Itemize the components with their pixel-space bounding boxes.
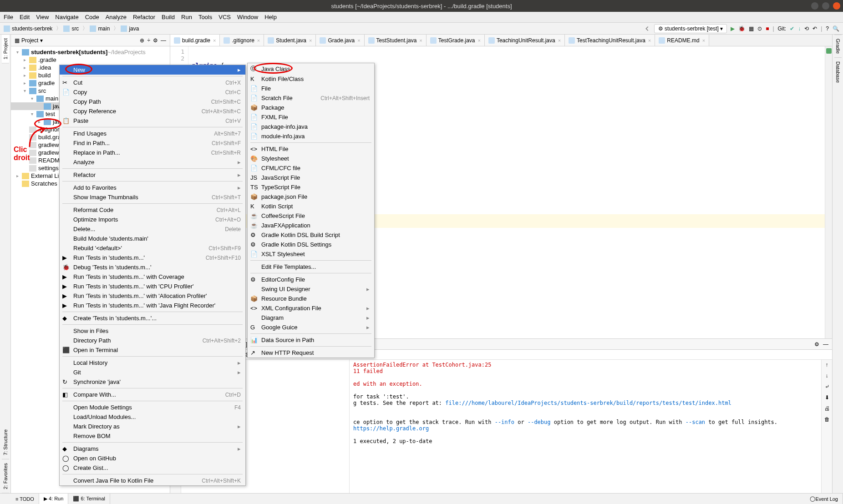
clear-icon[interactable]: 🗑	[824, 416, 830, 423]
close-tab-icon[interactable]: ×	[702, 38, 705, 43]
editor-tab[interactable]: TestStudent.java×	[365, 35, 427, 46]
menu-item[interactable]: ◯Open on GitHub	[60, 454, 245, 463]
bottom-tab-run[interactable]: ▶ 4: Run	[39, 494, 68, 504]
menu-item[interactable]: ▶Run 'Tests in 'students.m...' with 'Jav…	[60, 301, 245, 310]
help-icon[interactable]: ?	[826, 25, 829, 32]
profile-icon[interactable]: ⊙	[757, 25, 762, 32]
maximize-icon[interactable]	[822, 2, 829, 10]
hide-run-icon[interactable]: —	[823, 341, 828, 348]
menu-item[interactable]: ◯Create Gist...	[60, 463, 245, 473]
scroll-to-source-icon[interactable]: ⊕	[140, 37, 144, 44]
tree-item[interactable]: ▸.gradle	[11, 56, 170, 64]
editor-tab[interactable]: Grade.java×	[316, 35, 364, 46]
menu-item[interactable]: ✂CutCtrl+X	[60, 78, 245, 87]
menu-refactor[interactable]: Refactor	[133, 14, 155, 20]
coverage-icon[interactable]: ▦	[749, 25, 754, 32]
menu-item[interactable]: 📄FXML File	[248, 112, 374, 122]
rail-tab-gradle[interactable]: Gradle	[834, 35, 842, 57]
menu-item[interactable]: Analyze▸	[60, 157, 245, 167]
close-tab-icon[interactable]: ×	[477, 38, 480, 43]
menu-item[interactable]: ☕CoffeeScript File	[248, 211, 374, 221]
menu-item[interactable]: <>XML Configuration File▸	[248, 303, 374, 313]
editor-tab[interactable]: Student.java×	[264, 35, 316, 46]
menu-edit[interactable]: Edit	[20, 14, 30, 20]
editor-tab[interactable]: build.gradle×	[170, 35, 220, 46]
menu-item[interactable]: 📋PasteCtrl+V	[60, 116, 245, 126]
debug-icon[interactable]: 🐞	[738, 25, 745, 32]
back-icon[interactable]	[644, 25, 650, 32]
menu-item[interactable]: ▶Run 'Tests in 'students.m...' with Cove…	[60, 272, 245, 282]
menu-item[interactable]: 📄File	[248, 84, 374, 93]
gear-icon[interactable]: ⚙	[814, 341, 819, 348]
menu-item[interactable]: Rebuild '<default>'Ctrl+Shift+F9	[60, 243, 245, 253]
editor-tab[interactable]: README.md×	[655, 35, 709, 46]
menu-item[interactable]: Show in Files	[60, 326, 245, 336]
rail-tab-project[interactable]: 1: Project	[2, 35, 9, 63]
event-log-tab[interactable]: ◯ Event Log	[805, 494, 843, 504]
menu-item[interactable]: Build Module 'students.main'	[60, 234, 245, 243]
menu-item[interactable]: 📊Data Source in Path	[248, 335, 374, 345]
run-config-select[interactable]: ⚙ students-serbrek [test] ▾	[654, 24, 727, 33]
close-tab-icon[interactable]: ×	[309, 38, 312, 43]
rail-tab-database[interactable]: Database	[834, 57, 842, 86]
menu-item[interactable]: Add to Favorites▸	[60, 183, 245, 192]
menu-item[interactable]: Git▸	[60, 368, 245, 377]
git-update-icon[interactable]: ↓	[798, 25, 801, 32]
menu-item[interactable]: Refactor▸	[60, 170, 245, 180]
menu-item[interactable]: ◆Diagrams▸	[60, 444, 245, 454]
menu-item[interactable]: ⒸJava Class	[248, 63, 374, 74]
menu-help[interactable]: Help	[264, 14, 277, 20]
menu-item[interactable]: Load/Unload Modules...	[60, 412, 245, 422]
menu-item[interactable]: Copy ReferenceCtrl+Alt+Shift+C	[60, 106, 245, 116]
menu-item[interactable]: Convert Java File to Kotlin FileCtrl+Alt…	[60, 476, 245, 485]
menu-item[interactable]: 📦Package	[248, 103, 374, 112]
menu-navigate[interactable]: Navigate	[55, 14, 78, 20]
bottom-tab-terminal[interactable]: ⬛ 6: Terminal	[68, 494, 110, 504]
menu-item[interactable]: ⚙Gradle Kotlin DSL Build Script	[248, 230, 374, 240]
run-console[interactable]: AssertionFailedError at TestCohort.java:…	[350, 360, 821, 493]
search-icon[interactable]: 🔍	[833, 25, 839, 32]
gear-icon[interactable]: ⚙	[153, 37, 158, 44]
menu-item[interactable]: 📄CFML/CFC file	[248, 163, 374, 173]
menu-item[interactable]: Find UsagesAlt+Shift+7	[60, 129, 245, 138]
menu-item[interactable]: ☕JavaFXApplication	[248, 221, 374, 230]
menu-item[interactable]: Find in Path...Ctrl+Shift+F	[60, 138, 245, 148]
menu-item[interactable]: Mark Directory as▸	[60, 422, 245, 431]
menu-item[interactable]: 📄package-info.java	[248, 122, 374, 131]
menu-item[interactable]: ▶Run 'Tests in 'students.m...' with 'All…	[60, 291, 245, 301]
up-icon[interactable]: ↑	[826, 362, 828, 368]
menu-item[interactable]: Local History▸	[60, 358, 245, 368]
rail-tab-structure[interactable]: 7: Structure	[2, 426, 9, 459]
menu-item[interactable]: 🎨Stylesheet	[248, 154, 374, 163]
minimize-icon[interactable]	[811, 2, 818, 10]
close-tab-icon[interactable]: ×	[213, 38, 216, 43]
tree-item[interactable]: ▾students-serbrek [students] ~/IdeaProje…	[11, 48, 170, 56]
menu-item[interactable]: Show Image ThumbnailsCtrl+Shift+T	[60, 192, 245, 202]
menu-item[interactable]: Copy PathCtrl+Shift+C	[60, 97, 245, 106]
menu-item[interactable]: ↗New HTTP Request	[248, 348, 374, 358]
bottom-tab-todo[interactable]: ≡ TODO	[11, 494, 39, 504]
menu-analyze[interactable]: Analyze	[106, 14, 127, 20]
menu-item[interactable]: 📄Scratch FileCtrl+Alt+Shift+Insert	[248, 93, 374, 103]
editor-tab[interactable]: TestGrade.java×	[427, 35, 485, 46]
menu-item[interactable]: ◧Compare With...Ctrl+D	[60, 390, 245, 399]
menu-item[interactable]: <>HTML File	[248, 144, 374, 154]
menu-item[interactable]: Remove BOM	[60, 431, 245, 441]
menu-item[interactable]: ▶Run 'Tests in 'students.m...'Ctrl+Shift…	[60, 253, 245, 262]
menu-item[interactable]: KKotlin Script	[248, 202, 374, 211]
scroll-icon[interactable]: ⬇	[825, 394, 829, 401]
git-commit-icon[interactable]: ✔	[790, 25, 794, 32]
menu-item[interactable]: ▶Run 'Tests in 'students.m...' with 'CPU…	[60, 282, 245, 291]
menu-window[interactable]: Window	[237, 14, 258, 20]
close-tab-icon[interactable]: ×	[357, 38, 360, 43]
menu-item[interactable]: Diagram▸	[248, 313, 374, 323]
close-tab-icon[interactable]: ×	[648, 38, 651, 43]
menu-item[interactable]: ↻Synchronize 'java'	[60, 377, 245, 387]
menu-item[interactable]: Swing UI Designer▸	[248, 284, 374, 294]
menu-item[interactable]: JSJavaScript File	[248, 173, 374, 182]
menu-item[interactable]: New▸	[60, 65, 245, 75]
down-icon[interactable]: ↓	[826, 373, 828, 379]
menu-item[interactable]: Replace in Path...Ctrl+Shift+R	[60, 148, 245, 157]
editor-tab[interactable]: TeachingUnitResult.java×	[485, 35, 565, 46]
git-history-icon[interactable]: ⟲	[804, 25, 809, 32]
